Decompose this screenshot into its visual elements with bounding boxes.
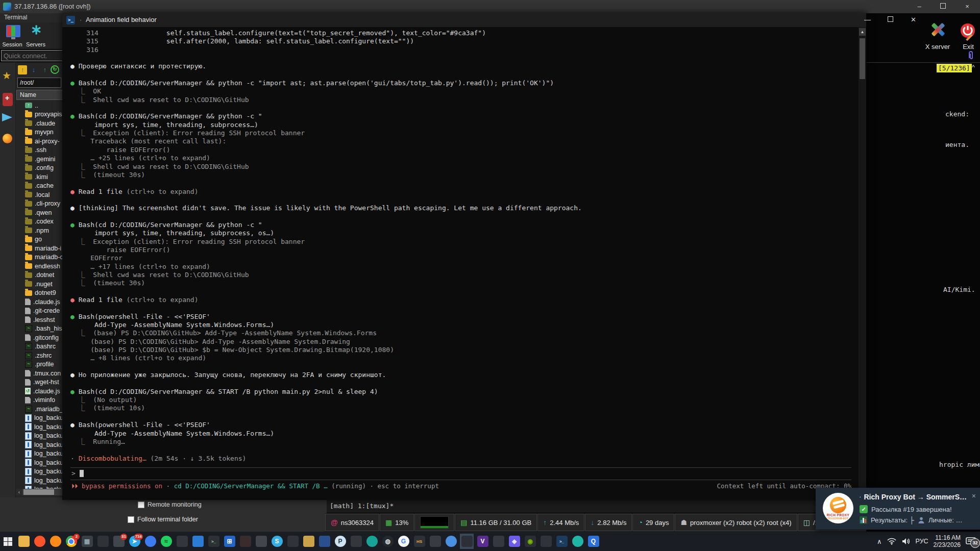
volume-icon[interactable] (901, 538, 911, 545)
taskbar-app-icon[interactable] (571, 534, 584, 549)
monitor-segment-graph[interactable] (414, 514, 454, 531)
file-list-item[interactable]: .tmux.con (16, 369, 62, 378)
taskbar-app-icon[interactable] (539, 534, 553, 549)
file-list-item[interactable]: log_backu (16, 449, 62, 459)
terminal-minimize-button[interactable]: — (856, 13, 879, 27)
taskbar-brave-icon[interactable] (33, 534, 46, 549)
file-list-item[interactable]: .local (16, 190, 62, 199)
taskbar-google-icon[interactable]: G (397, 534, 410, 549)
file-list-item[interactable]: .gemini (16, 155, 62, 164)
session-button[interactable]: Session (1, 23, 23, 48)
refresh-icon[interactable]: ↻ (51, 65, 59, 74)
checkbox[interactable] (138, 502, 144, 508)
monitor-segment-debian[interactable]: @ns3063324 (325, 514, 379, 531)
scrollbar-thumb[interactable] (23, 489, 54, 495)
follow-terminal-option[interactable]: Follow terminal folder (128, 516, 198, 523)
file-list-item[interactable]: log_backu (16, 414, 62, 423)
taskbar-start-icon[interactable] (1, 534, 15, 549)
monitor-segment-up[interactable]: ↑2.44 Mb/s (537, 514, 584, 531)
taskbar-mail-client-icon[interactable]: 31 (112, 534, 126, 549)
file-list-item[interactable]: ↑.. (16, 101, 62, 110)
horizontal-scrollbar[interactable]: ‹ (16, 489, 62, 495)
taskbar-vscode-icon[interactable] (191, 534, 205, 549)
monitor-segment-clock[interactable]: ◔29 days (632, 514, 674, 531)
taskbar-chrome-icon[interactable]: 2 (64, 534, 78, 549)
file-list-item[interactable]: log_backu (16, 485, 62, 489)
taskbar-app-icon[interactable] (349, 534, 363, 549)
file-list-item[interactable]: log_backu (16, 432, 62, 441)
notification-popup[interactable]: RICH PROXY TELEGRAM-BOT Rich Proxy Bot →… (816, 488, 980, 530)
file-list-item[interactable]: myvpn (16, 128, 62, 137)
file-list-item[interactable]: dotnet9 (16, 289, 62, 298)
file-list-item[interactable]: log_backu (16, 422, 62, 432)
monitor-segment-cpu[interactable]: ▦13% (380, 514, 414, 531)
file-list-item[interactable]: log_backu (16, 467, 62, 477)
taskbar-github-icon[interactable]: ◍ (381, 534, 395, 549)
file-list-item[interactable]: .cache (16, 182, 62, 191)
monitor-segment-down[interactable]: ↓2.82 Mb/s (585, 514, 632, 531)
taskbar-app-icon[interactable]: HS (412, 534, 426, 549)
taskbar-folder-app-icon[interactable] (302, 534, 315, 549)
scrollbar-thumb[interactable] (860, 38, 865, 79)
taskbar-powershell-icon[interactable]: >_ (555, 534, 569, 549)
taskbar-app-icon[interactable] (254, 534, 268, 549)
taskbar-ide-icon[interactable]: P (333, 534, 347, 549)
remote-monitoring-option[interactable]: Remote monitoring (138, 501, 202, 508)
minimize-button[interactable]: – (908, 0, 931, 13)
taskbar-app-icon[interactable] (444, 534, 458, 549)
file-list-item[interactable]: ~.bash_his (16, 324, 62, 334)
terminal-maximize-button[interactable] (879, 13, 902, 27)
file-list-item[interactable]: .wget-hst (16, 378, 62, 387)
file-list-item[interactable]: .qwen (16, 208, 62, 217)
terminal-titlebar[interactable]: >_ · Animation field behavior — ✕ (62, 13, 866, 27)
browser-icon[interactable] (3, 134, 12, 143)
quick-connect-input[interactable] (1, 50, 65, 61)
taskbar-spotify-icon[interactable]: ≈ (159, 534, 173, 549)
file-list-item[interactable]: log_backu (16, 458, 62, 467)
file-list-item[interactable]: mariadb-c (16, 253, 62, 262)
file-list-item[interactable]: endlessh (16, 262, 62, 271)
file-list-item[interactable]: go (16, 235, 62, 244)
taskbar-app-icon[interactable] (175, 534, 189, 549)
file-list-item[interactable]: .codex (16, 217, 62, 227)
download-icon[interactable]: ↓ (29, 65, 38, 74)
taskbar-app-icon[interactable]: ▦ (80, 534, 94, 549)
taskbar-app-icon[interactable] (317, 534, 331, 549)
maximize-button[interactable] (931, 0, 954, 13)
taskbar-app-icon[interactable] (460, 534, 474, 549)
file-list-item[interactable]: .claude.js (16, 297, 62, 307)
file-list-item[interactable]: ~.profile (16, 360, 62, 369)
scroll-left-arrow[interactable]: ‹ (16, 489, 22, 495)
file-list-item[interactable]: .claude (16, 119, 62, 128)
monitor-segment-users[interactable]: ☗proxmoxer (x2) robot (x2) root (x4) (675, 514, 797, 531)
taskbar-nvidia-icon[interactable]: ◉ (523, 534, 537, 549)
file-list-item[interactable]: .viminfo (16, 396, 62, 405)
taskbar-app-icon[interactable] (365, 534, 379, 549)
file-list-item[interactable]: proxyapis (16, 110, 62, 119)
file-list-item[interactable]: .gitconfig (16, 333, 62, 342)
taskbar-skype-icon[interactable]: S (270, 534, 284, 549)
taskbar-telegram-icon[interactable]: ➤716 (128, 534, 141, 549)
scroll-up-arrow[interactable]: ▲ (859, 28, 866, 36)
file-list-item[interactable]: .cli-proxy (16, 199, 62, 209)
file-list-item[interactable]: log_backu (16, 440, 62, 449)
file-list-item[interactable]: .lesshst (16, 315, 62, 324)
checkbox[interactable] (128, 516, 134, 523)
taskbar-app-icon[interactable] (238, 534, 252, 549)
file-list-item[interactable]: ~.bashrc (16, 342, 62, 352)
notification-close-icon[interactable]: × (972, 492, 976, 500)
menu-terminal[interactable]: Terminal (0, 13, 31, 21)
terminal-close-button[interactable]: ✕ (902, 13, 925, 27)
taskbar-app-icon[interactable] (492, 534, 505, 549)
wifi-icon[interactable] (887, 538, 896, 545)
file-list-item[interactable]: ~.mariadb_ (16, 405, 62, 414)
taskbar-app-icon[interactable] (96, 534, 110, 549)
file-list-item[interactable]: ↺.claude.js (16, 387, 62, 396)
file-list-item[interactable]: .git-crede (16, 307, 62, 316)
clock[interactable]: 11:16 AM 2/23/2026 (934, 534, 961, 548)
file-list-item[interactable]: ai-proxy- (16, 137, 62, 146)
file-list-item[interactable]: .kimi (16, 172, 62, 182)
taskbar-app-icon[interactable] (428, 534, 442, 549)
servers-button[interactable]: ∗ Servers (24, 23, 47, 48)
up-folder-icon[interactable]: ↑ (18, 65, 27, 74)
